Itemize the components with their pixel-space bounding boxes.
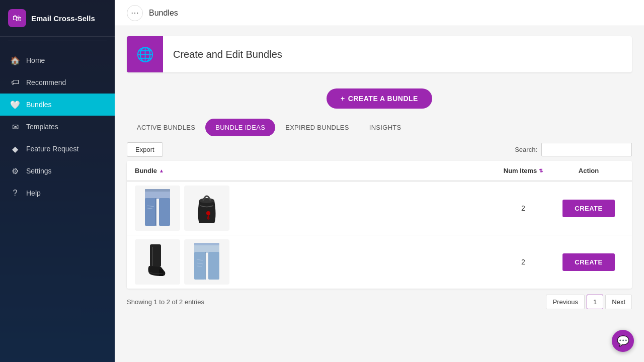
table-toolbar: Export Search: [127, 136, 632, 161]
sidebar-item-home[interactable]: 🏠 Home [0, 49, 115, 71]
menu-dots-icon: ⋯ [131, 8, 139, 18]
sidebar-item-bundles[interactable]: 🤍 Bundles [0, 94, 115, 116]
create-button-2[interactable]: CREATE [562, 253, 614, 271]
create-bundle-label: CREATE A BUNDLE [348, 95, 418, 103]
sidebar-item-recommend[interactable]: 🏷 Recommend [0, 71, 115, 94]
page-header-icon: 🌐 [127, 36, 163, 72]
plus-icon: + [341, 95, 345, 103]
table-footer: Showing 1 to 2 of 2 entries Previous 1 N… [127, 289, 632, 311]
globe-icon: 🌐 [136, 46, 154, 63]
topbar: ⋯ Bundles [115, 0, 644, 26]
tabs-row: ACTIVE BUNDLES BUNDLE IDEAS EXPIRED BUND… [127, 113, 632, 136]
sidebar-header: 🛍 Email Cross-Sells [0, 0, 115, 37]
page-header-text: Create and Edit Bundles [163, 49, 292, 60]
search-area: Search: [515, 143, 632, 156]
next-button[interactable]: Next [605, 295, 632, 309]
tab-bundle-ideas[interactable]: BUNDLE IDEAS [205, 119, 275, 136]
column-num-items: Num Items ⇅ [493, 167, 553, 174]
sidebar-item-feature-request[interactable]: ◆ Feature Request [0, 138, 115, 160]
sidebar-item-label: Recommend [26, 78, 66, 86]
export-button[interactable]: Export [127, 142, 163, 157]
settings-icon: ⚙ [10, 166, 20, 176]
sidebar-item-templates[interactable]: ✉ Templates [0, 116, 115, 138]
svg-rect-16 [194, 252, 205, 280]
page-1-button[interactable]: 1 [587, 295, 603, 309]
pagination: Previous 1 Next [546, 295, 632, 309]
create-button-1[interactable]: CREATE [562, 200, 614, 217]
table-row: 2 CREATE [127, 235, 632, 289]
action-cell-2: CREATE [553, 253, 624, 271]
topbar-title: Bundles [149, 9, 178, 18]
sidebar-nav: 🏠 Home 🏷 Recommend 🤍 Bundles ✉ Templates… [0, 45, 115, 362]
search-label: Search: [515, 146, 537, 153]
app-logo: 🛍 [8, 9, 26, 27]
sidebar-item-label: Bundles [26, 101, 52, 109]
svg-rect-1 [145, 198, 156, 226]
showing-text: Showing 1 to 2 of 2 entries [127, 298, 204, 306]
bundle-img-boot [135, 239, 180, 285]
recommend-icon: 🏷 [10, 77, 20, 87]
sidebar-item-label: Settings [26, 167, 52, 175]
home-icon: 🏠 [10, 55, 20, 65]
bundle-images-2 [135, 239, 493, 285]
num-items-cell-2: 2 [493, 258, 553, 266]
svg-point-7 [199, 198, 214, 203]
table-row: 2 CREATE [127, 182, 632, 235]
column-bundle: Bundle ▲ [135, 167, 493, 174]
column-action: Action [553, 167, 624, 174]
tab-active-bundles[interactable]: ACTIVE BUNDLES [127, 119, 205, 136]
sidebar-item-label: Help [26, 189, 41, 197]
create-bundle-section: + CREATE A BUNDLE [127, 80, 632, 113]
bundles-icon: 🤍 [10, 100, 20, 110]
bundle-images-1 [135, 186, 493, 231]
content-area: 🌐 Create and Edit Bundles + CREATE A BUN… [115, 26, 644, 362]
sidebar-divider [8, 41, 107, 41]
table-header: Bundle ▲ Num Items ⇅ Action [127, 161, 632, 182]
svg-rect-13 [159, 269, 163, 276]
sidebar-item-label: Home [26, 56, 45, 64]
data-table: Bundle ▲ Num Items ⇅ Action [127, 161, 632, 289]
svg-rect-3 [145, 189, 170, 192]
sidebar: 🛍 Email Cross-Sells 🏠 Home 🏷 Recommend 🤍… [0, 0, 115, 362]
chat-button[interactable]: 💬 [612, 330, 634, 352]
create-bundle-button[interactable]: + CREATE A BUNDLE [327, 88, 432, 109]
sidebar-item-label: Templates [26, 123, 58, 131]
page-header-card: 🌐 Create and Edit Bundles [127, 36, 632, 72]
bundle-img-jeans2 [184, 239, 229, 285]
previous-button[interactable]: Previous [546, 295, 585, 309]
menu-button[interactable]: ⋯ [127, 5, 143, 21]
chat-icon: 💬 [617, 335, 629, 347]
search-input[interactable] [541, 143, 632, 156]
sort-icon: ▲ [159, 168, 164, 173]
feature-request-icon: ◆ [10, 144, 20, 154]
tab-insights[interactable]: INSIGHTS [359, 119, 412, 136]
svg-rect-17 [208, 252, 219, 280]
help-icon: ? [10, 188, 20, 198]
bundle-img-jeans [135, 186, 180, 231]
sidebar-item-settings[interactable]: ⚙ Settings [0, 160, 115, 182]
num-items-cell-1: 2 [493, 204, 553, 212]
sidebar-item-label: Feature Request [26, 145, 78, 153]
svg-rect-12 [150, 244, 161, 267]
main-content: ⋯ Bundles 🌐 Create and Edit Bundles + CR… [115, 0, 644, 362]
svg-rect-18 [194, 243, 219, 245]
templates-icon: ✉ [10, 122, 20, 132]
svg-rect-2 [159, 198, 170, 226]
sort-icon-num: ⇅ [539, 168, 543, 173]
svg-point-8 [206, 211, 210, 215]
bundle-img-bag [184, 186, 229, 231]
action-cell-1: CREATE [553, 200, 624, 217]
tab-expired-bundles[interactable]: EXPIRED BUNDLES [275, 119, 359, 136]
sidebar-item-help[interactable]: ? Help [0, 182, 115, 204]
app-title: Email Cross-Sells [31, 14, 95, 23]
